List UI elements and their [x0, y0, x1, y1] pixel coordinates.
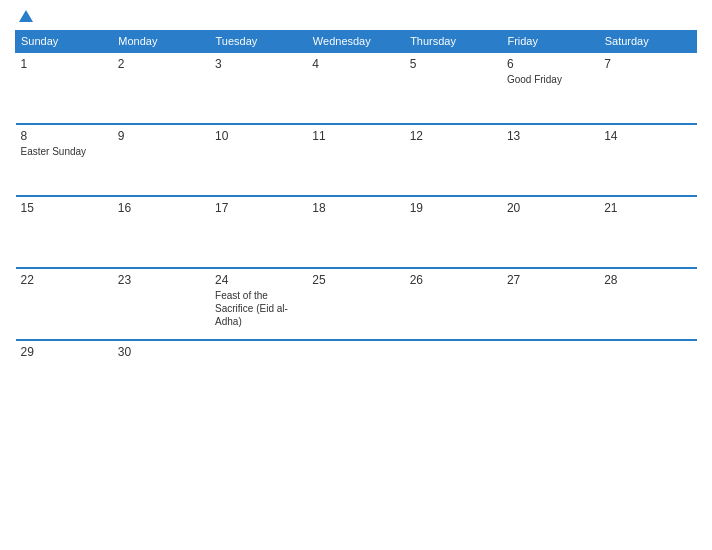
calendar-cell: 11 — [307, 124, 404, 196]
calendar-week-row: 222324Feast of the Sacrifice (Eid al-Adh… — [16, 268, 697, 340]
logo-blue-container — [17, 10, 33, 22]
calendar-cell: 21 — [599, 196, 696, 268]
calendar-cell: 26 — [405, 268, 502, 340]
calendar-week-row: 8Easter Sunday91011121314 — [16, 124, 697, 196]
holiday-label: Easter Sunday — [21, 146, 87, 157]
day-number: 3 — [215, 57, 302, 71]
day-number: 18 — [312, 201, 399, 215]
calendar-cell: 24Feast of the Sacrifice (Eid al-Adha) — [210, 268, 307, 340]
calendar-cell: 12 — [405, 124, 502, 196]
calendar-cell — [502, 340, 599, 390]
calendar-cell: 8Easter Sunday — [16, 124, 113, 196]
day-number: 21 — [604, 201, 691, 215]
day-number: 15 — [21, 201, 108, 215]
day-number: 8 — [21, 129, 108, 143]
calendar-cell: 30 — [113, 340, 210, 390]
day-number: 10 — [215, 129, 302, 143]
day-number: 23 — [118, 273, 205, 287]
calendar-cell: 14 — [599, 124, 696, 196]
calendar-cell: 20 — [502, 196, 599, 268]
page-header — [15, 10, 697, 22]
calendar-cell — [210, 340, 307, 390]
day-number: 11 — [312, 129, 399, 143]
holiday-label: Feast of the Sacrifice (Eid al-Adha) — [215, 290, 288, 327]
calendar-cell: 10 — [210, 124, 307, 196]
weekday-header-tuesday: Tuesday — [210, 31, 307, 53]
calendar-cell — [307, 340, 404, 390]
calendar-week-row: 2930 — [16, 340, 697, 390]
day-number: 4 — [312, 57, 399, 71]
calendar-week-row: 123456Good Friday7 — [16, 52, 697, 124]
weekday-header-saturday: Saturday — [599, 31, 696, 53]
calendar-cell — [599, 340, 696, 390]
day-number: 30 — [118, 345, 205, 359]
day-number: 25 — [312, 273, 399, 287]
calendar-cell: 28 — [599, 268, 696, 340]
day-number: 27 — [507, 273, 594, 287]
calendar-cell: 16 — [113, 196, 210, 268]
weekday-header-row: SundayMondayTuesdayWednesdayThursdayFrid… — [16, 31, 697, 53]
calendar-cell: 3 — [210, 52, 307, 124]
calendar-cell: 17 — [210, 196, 307, 268]
day-number: 1 — [21, 57, 108, 71]
day-number: 19 — [410, 201, 497, 215]
holiday-label: Good Friday — [507, 74, 562, 85]
day-number: 13 — [507, 129, 594, 143]
logo-triangle-icon — [19, 10, 33, 22]
day-number: 7 — [604, 57, 691, 71]
calendar-week-row: 15161718192021 — [16, 196, 697, 268]
calendar-cell: 5 — [405, 52, 502, 124]
calendar-cell: 1 — [16, 52, 113, 124]
day-number: 22 — [21, 273, 108, 287]
day-number: 16 — [118, 201, 205, 215]
calendar-cell: 23 — [113, 268, 210, 340]
calendar-cell: 9 — [113, 124, 210, 196]
calendar-cell: 19 — [405, 196, 502, 268]
weekday-header-monday: Monday — [113, 31, 210, 53]
day-number: 5 — [410, 57, 497, 71]
day-number: 12 — [410, 129, 497, 143]
day-number: 20 — [507, 201, 594, 215]
day-number: 28 — [604, 273, 691, 287]
calendar-cell: 25 — [307, 268, 404, 340]
weekday-header-sunday: Sunday — [16, 31, 113, 53]
day-number: 29 — [21, 345, 108, 359]
logo — [15, 10, 33, 22]
calendar-cell: 22 — [16, 268, 113, 340]
calendar-cell — [405, 340, 502, 390]
calendar-cell: 13 — [502, 124, 599, 196]
calendar-cell: 15 — [16, 196, 113, 268]
calendar-cell: 7 — [599, 52, 696, 124]
day-number: 2 — [118, 57, 205, 71]
day-number: 14 — [604, 129, 691, 143]
calendar-table: SundayMondayTuesdayWednesdayThursdayFrid… — [15, 30, 697, 390]
calendar-cell: 2 — [113, 52, 210, 124]
calendar-cell: 18 — [307, 196, 404, 268]
day-number: 24 — [215, 273, 302, 287]
weekday-header-thursday: Thursday — [405, 31, 502, 53]
day-number: 9 — [118, 129, 205, 143]
calendar-cell: 4 — [307, 52, 404, 124]
day-number: 26 — [410, 273, 497, 287]
calendar-page: SundayMondayTuesdayWednesdayThursdayFrid… — [0, 0, 712, 550]
weekday-header-wednesday: Wednesday — [307, 31, 404, 53]
weekday-header-friday: Friday — [502, 31, 599, 53]
day-number: 17 — [215, 201, 302, 215]
calendar-cell: 29 — [16, 340, 113, 390]
calendar-cell: 6Good Friday — [502, 52, 599, 124]
calendar-cell: 27 — [502, 268, 599, 340]
day-number: 6 — [507, 57, 594, 71]
